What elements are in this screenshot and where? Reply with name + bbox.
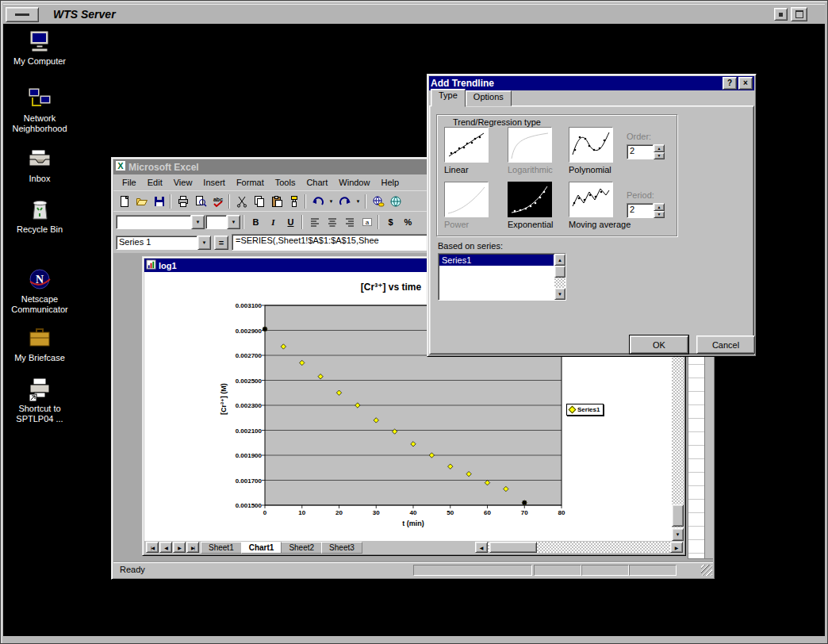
format-painter-icon[interactable]: [286, 194, 302, 209]
menu-item-chart[interactable]: Chart: [301, 176, 333, 189]
desktop-icon-network-neighborhood[interactable]: Network Neighborhood: [10, 86, 70, 134]
desktop-icon-recycle-bin[interactable]: Recycle Bin: [10, 197, 70, 235]
listbox-scroll-thumb[interactable]: [554, 266, 565, 278]
chevron-down-icon[interactable]: ▼: [197, 236, 211, 250]
merge-center-button[interactable]: a: [358, 214, 375, 230]
trendline-type-polynomial[interactable]: [569, 127, 613, 163]
align-left-button[interactable]: [306, 214, 323, 230]
tab-type[interactable]: Type: [431, 89, 466, 107]
menu-item-format[interactable]: Format: [231, 176, 270, 189]
listbox-scrollbar[interactable]: ▲ ▼: [554, 254, 565, 300]
chart-title: [Cr³⁺] vs time: [361, 282, 421, 293]
spin-down-icon[interactable]: ▼: [654, 152, 665, 160]
previous-sheet-button[interactable]: ◀: [159, 542, 172, 553]
sheet-tab-sheet1[interactable]: Sheet1: [201, 542, 242, 554]
chevron-down-icon[interactable]: ▼: [191, 215, 205, 229]
open-icon[interactable]: [133, 194, 150, 209]
spin-down-icon[interactable]: ▼: [654, 211, 665, 219]
print-icon[interactable]: [174, 194, 191, 209]
undo-menu-icon[interactable]: ▼: [327, 194, 335, 209]
bold-button[interactable]: B: [247, 214, 264, 230]
y-tick-label: 0.002900: [222, 328, 262, 335]
trendline-type-exponential[interactable]: [508, 182, 552, 217]
chevron-down-icon[interactable]: ▼: [227, 215, 240, 229]
menu-item-window[interactable]: Window: [333, 176, 375, 189]
restore-button[interactable]: [791, 7, 807, 21]
desktop-icon-shortcut-printer[interactable]: Shortcut to SPTLP04 ...: [10, 376, 70, 424]
edit-formula-button[interactable]: =: [214, 236, 228, 250]
trendline-type-moving-average[interactable]: [569, 182, 613, 217]
minimize-button[interactable]: [774, 8, 788, 21]
scroll-left-icon[interactable]: ◀: [475, 542, 488, 553]
desktop-icon-my-computer[interactable]: My Computer: [10, 29, 70, 67]
system-menu-button[interactable]: [6, 7, 39, 22]
dialog-titlebar[interactable]: Add Trendline ? ×: [429, 76, 754, 90]
order-value[interactable]: 2: [627, 144, 654, 159]
help-button[interactable]: ?: [723, 77, 737, 90]
ok-button[interactable]: OK: [630, 335, 688, 354]
system-menu-icon: [15, 13, 29, 16]
horizontal-scrollbar[interactable]: ◀ ▶: [474, 541, 684, 554]
next-sheet-button[interactable]: ▶: [173, 542, 186, 553]
print-preview-icon[interactable]: [192, 194, 209, 209]
vertical-scroll-thumb[interactable]: [672, 504, 684, 527]
spelling-icon[interactable]: abc: [209, 194, 226, 209]
save-icon[interactable]: [151, 194, 167, 209]
align-center-button[interactable]: [324, 214, 340, 230]
scroll-right-icon[interactable]: ▶: [670, 542, 683, 553]
font-name-combo[interactable]: ▼: [116, 215, 205, 229]
name-box[interactable]: Series 1 ▼: [116, 236, 211, 250]
horizontal-scroll-track[interactable]: [488, 542, 670, 553]
scroll-down-icon[interactable]: ▼: [672, 528, 684, 541]
resize-grip[interactable]: [701, 565, 712, 576]
currency-button[interactable]: $: [382, 214, 399, 230]
scroll-down-icon[interactable]: ▼: [554, 288, 565, 300]
sheet-tab-sheet3[interactable]: Sheet3: [321, 542, 362, 554]
cancel-button[interactable]: Cancel: [696, 335, 755, 354]
series-listbox[interactable]: Series1 ▲ ▼: [438, 253, 566, 301]
menu-item-edit[interactable]: Edit: [142, 176, 168, 189]
web-toolbar-icon[interactable]: [387, 194, 404, 209]
order-spinner[interactable]: 2 ▲ ▼: [627, 144, 665, 159]
scroll-up-icon[interactable]: ▲: [554, 254, 565, 266]
menu-item-insert[interactable]: Insert: [197, 176, 231, 189]
trendline-type-linear[interactable]: [444, 127, 489, 163]
italic-button[interactable]: I: [265, 214, 282, 230]
first-sheet-button[interactable]: |◀: [146, 542, 159, 553]
x-tick-label: 20: [330, 509, 349, 516]
underline-button[interactable]: U: [282, 214, 299, 230]
cut-icon[interactable]: [233, 194, 250, 209]
redo-menu-icon[interactable]: ▼: [354, 194, 362, 209]
close-button[interactable]: ×: [738, 77, 753, 90]
spin-up-icon[interactable]: ▲: [654, 144, 665, 152]
sheet-tab-sheet2[interactable]: Sheet2: [281, 542, 322, 554]
series-list-item[interactable]: Series1: [439, 255, 554, 266]
paste-icon[interactable]: [268, 194, 285, 209]
name-box-value: Series 1: [116, 236, 197, 250]
redo-icon[interactable]: [336, 194, 353, 209]
copy-icon[interactable]: [251, 194, 267, 209]
tab-options[interactable]: Options: [466, 90, 512, 106]
desktop-icon-label: Netscape Communicator: [10, 294, 70, 315]
sheet-tab-chart1[interactable]: Chart1: [241, 542, 282, 554]
menu-item-file[interactable]: File: [117, 176, 142, 189]
percent-button[interactable]: %: [400, 214, 416, 230]
wts-titlebar[interactable]: WTS Server: [3, 4, 825, 25]
spin-up-icon[interactable]: ▲: [654, 203, 665, 211]
period-value[interactable]: 2: [627, 203, 654, 218]
menu-item-tools[interactable]: Tools: [270, 176, 301, 189]
desktop-icon-inbox[interactable]: Inbox: [10, 146, 70, 184]
font-size-combo[interactable]: ▼: [205, 215, 240, 229]
menu-item-view[interactable]: View: [168, 176, 198, 189]
last-sheet-button[interactable]: ▶|: [186, 542, 199, 553]
menu-item-help[interactable]: Help: [375, 176, 404, 189]
undo-icon[interactable]: [309, 194, 326, 209]
desktop-icon-netscape-communicator[interactable]: NNetscape Communicator: [10, 266, 70, 315]
align-right-button[interactable]: [341, 214, 358, 230]
period-spinner[interactable]: 2 ▲ ▼: [627, 203, 665, 218]
new-icon[interactable]: [116, 194, 132, 209]
insert-hyperlink-icon[interactable]: [370, 194, 386, 209]
horizontal-scroll-thumb[interactable]: [489, 542, 537, 553]
chart-legend[interactable]: Series1: [566, 404, 604, 416]
desktop-icon-my-briefcase[interactable]: My Briefcase: [10, 325, 70, 363]
